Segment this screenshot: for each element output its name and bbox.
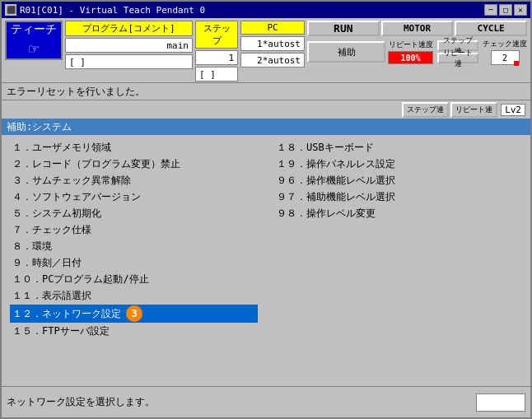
maximize-button[interactable]: □ [499, 4, 512, 16]
pc-header: PC [240, 21, 305, 35]
check-speed-box: 2 [491, 50, 520, 65]
pc-value2: 2*autost [240, 53, 305, 68]
menu-item-98[interactable]: ９８．操作レベル変更 [274, 206, 522, 221]
menu-item-10[interactable]: １０．PCプログラム起動/停止 [10, 272, 258, 287]
step3-badge: 3 [126, 305, 142, 322]
menu-item-19[interactable]: １９．操作パネルレス設定 [274, 156, 522, 172]
close-button[interactable]: ✕ [514, 4, 527, 16]
title-bar-left: ⬛ R01[C01] - Virtual Teach Pendant 0 [5, 4, 205, 16]
menu-item-12[interactable]: １２．ネットワーク設定 3 [10, 305, 258, 323]
menu-right-col: １８．USBキーボード １９．操作パネルレス設定 ９６．操作機能レベル選択 ９７… [274, 140, 522, 381]
menu-item-8[interactable]: ８．環境 [10, 239, 258, 254]
program-section: プログラム[コメント] main [ ] [65, 21, 193, 69]
bottom-controls: 補助 リピート速度 100% ステップ連 リピート連 チェック速度 2 [307, 39, 527, 65]
menu-item-3[interactable]: ３．サムチェック異常解除 [10, 173, 258, 189]
menu-item-2[interactable]: ２．レコード（プログラム変更）禁止 [10, 156, 258, 172]
menu-area: １．ユーザメモリ領域 ２．レコード（プログラム変更）禁止 ３．サムチェック異常解… [2, 135, 530, 386]
title-buttons: ─ □ ✕ [484, 4, 527, 16]
step-header: ステップ [195, 21, 238, 49]
title-bar: ⬛ R01[C01] - Virtual Teach Pendant 0 ─ □… [2, 2, 530, 18]
hojo-button[interactable]: 補助 [307, 41, 385, 63]
step-value: 1 [195, 50, 238, 65]
menu-item-15[interactable]: １５．FTPサーバ設定 [10, 324, 258, 339]
motor-button[interactable]: MOTOR [381, 21, 454, 36]
menu-item-4[interactable]: ４．ソフトウェアバージョン [10, 189, 258, 205]
lv2-row: ステップ連 リピート連 Lv2 [2, 100, 530, 119]
main-window: ⬛ R01[C01] - Virtual Teach Pendant 0 ─ □… [0, 0, 532, 419]
teach-label: ティーチ [11, 22, 57, 37]
helper-title: 補助:システム [7, 120, 72, 134]
window-title: R01[C01] - Virtual Teach Pendant 0 [20, 5, 205, 16]
window-icon: ⬛ [5, 4, 16, 16]
error-bar: エラーリセットを行いました。 [2, 82, 530, 100]
renpa-button[interactable]: リピート連 [437, 53, 478, 63]
program-header: プログラム[コメント] [65, 21, 193, 36]
renpa-button2[interactable]: リピート連 [450, 102, 497, 118]
speed-bar: 100% [388, 51, 433, 64]
menu-item-1[interactable]: １．ユーザメモリ領域 [10, 140, 258, 156]
program-value: main [65, 38, 193, 53]
bottom-bar: ネットワーク設定を選択します。 [2, 386, 530, 417]
step-renpa-buttons: ステップ連 リピート連 [402, 102, 497, 118]
teach-button[interactable]: ティーチ ☞ [5, 21, 63, 60]
menu-item-5[interactable]: ５．システム初期化 [10, 206, 258, 221]
helper-header: 補助:システム [2, 119, 530, 135]
check-speed-indicator [514, 61, 519, 66]
hand-icon: ☞ [29, 39, 39, 58]
check-speed-label: チェック速度 [483, 39, 527, 49]
step-section: ステップ 1 [ ] [195, 21, 238, 81]
minimize-button[interactable]: ─ [484, 4, 497, 16]
lv2-badge: Lv2 [501, 104, 525, 116]
bottom-message: ネットワーク設定を選択します。 [7, 395, 155, 409]
menu-item-7[interactable]: ７．チェック仕様 [10, 222, 258, 238]
speed-value: 100% [400, 54, 420, 63]
check-speed-value: 2 [502, 54, 507, 63]
program-bracket: [ ] [65, 54, 193, 69]
menu-item-96[interactable]: ９６．操作機能レベル選択 [274, 173, 522, 189]
menu-item-18[interactable]: １８．USBキーボード [274, 140, 522, 156]
menu-item-97[interactable]: ９７．補助機能レベル選択 [274, 189, 522, 205]
speed-label: リピート速度 [389, 40, 433, 50]
menu-item-11[interactable]: １１．表示語選択 [10, 288, 258, 304]
pc-section: PC 1*autost 2*autost [240, 21, 305, 68]
rmc-row: RUN MOTOR CYCLE [307, 21, 527, 36]
error-message: エラーリセットを行いました。 [7, 85, 145, 99]
menu-item-12-text: １２．ネットワーク設定 [12, 307, 121, 321]
pc-value1: 1*autost [240, 36, 305, 51]
step-ren-button2[interactable]: ステップ連 [402, 102, 449, 118]
right-panel: RUN MOTOR CYCLE 補助 リピート速度 100% ステップ連 リピー… [307, 21, 527, 65]
toolbar: ティーチ ☞ プログラム[コメント] main [ ] ステップ 1 [ ] P… [2, 18, 530, 82]
run-button[interactable]: RUN [307, 21, 380, 36]
step-bracket: [ ] [195, 67, 238, 81]
menu-left-col: １．ユーザメモリ領域 ２．レコード（プログラム変更）禁止 ３．サムチェック異常解… [10, 140, 258, 381]
bottom-input[interactable] [476, 393, 525, 412]
cycle-button[interactable]: CYCLE [455, 21, 527, 36]
menu-item-9[interactable]: ９．時刻／日付 [10, 255, 258, 271]
